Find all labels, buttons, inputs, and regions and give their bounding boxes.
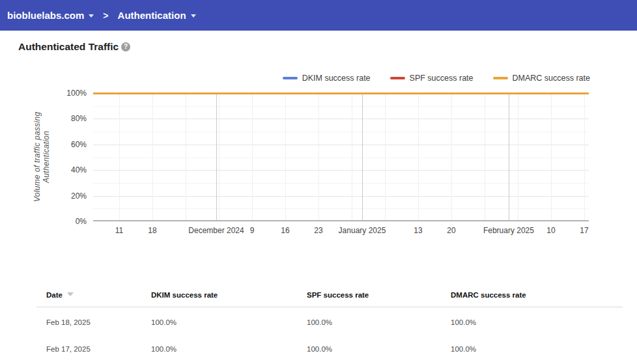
table-row: Feb 18, 2025100.0%100.0%100.0% — [46, 307, 637, 326]
domain-dropdown-label: biobluelabs.com — [7, 10, 84, 21]
legend-item-label: DKIM success rate — [302, 74, 371, 83]
legend-item: SPF success rate — [390, 74, 474, 83]
vertical-gridline — [219, 93, 219, 220]
column-header-dmarc-label: DMARC success rate — [451, 291, 526, 299]
results-table: Date DKIM success rate SPF success rate … — [0, 287, 637, 353]
sort-descending-icon — [67, 292, 74, 296]
table-body: Feb 18, 2025100.0%100.0%100.0%Feb 17, 20… — [0, 307, 637, 353]
section-dropdown-label: Authentication — [118, 10, 186, 21]
vertical-gridline — [152, 93, 153, 220]
authenticated-traffic-chart: DKIM success rateSPF success rateDMARC s… — [0, 65, 637, 247]
legend-line-swatch-icon — [493, 77, 508, 79]
legend-line-swatch-icon — [390, 77, 405, 79]
y-tick-label: 20% — [57, 191, 87, 201]
x-month-label: February 2025 — [483, 226, 534, 235]
page-title: Authenticated Traffic — [18, 41, 119, 53]
legend-line-swatch-icon — [283, 77, 298, 79]
horizontal-gridline — [93, 183, 589, 184]
help-icon[interactable]: ? — [121, 42, 130, 51]
vertical-gridline — [352, 93, 352, 220]
chevron-down-icon — [89, 14, 94, 18]
table-cell-spf: 100.0% — [307, 345, 451, 353]
y-tick-label: 40% — [57, 165, 87, 175]
x-tick-label: 10 — [546, 226, 555, 235]
x-month-label: December 2024 — [188, 226, 244, 235]
table-cell-dkim: 100.0% — [151, 318, 307, 326]
y-tick-label: 100% — [57, 89, 87, 98]
column-header-dkim: DKIM success rate — [151, 291, 307, 307]
horizontal-gridline — [93, 106, 589, 107]
x-tick-label: 11 — [115, 226, 123, 235]
horizontal-gridline — [93, 170, 589, 171]
x-tick-label: 23 — [314, 226, 322, 235]
x-tick-label: 13 — [414, 226, 422, 235]
chart-plot-area — [93, 93, 589, 221]
vertical-gridline — [518, 93, 518, 220]
vertical-gridline — [584, 93, 585, 220]
chevron-down-icon — [191, 14, 196, 18]
vertical-gridline — [418, 93, 419, 220]
chart-legend: DKIM success rateSPF success rateDMARC s… — [263, 74, 590, 83]
table-cell-date: Feb 18, 2025 — [46, 318, 151, 326]
vertical-gridline — [551, 93, 552, 220]
domain-dropdown[interactable]: biobluelabs.com — [7, 10, 94, 21]
month-boundary-gridline — [362, 93, 363, 220]
vertical-gridline — [252, 93, 253, 220]
column-header-dkim-label: DKIM success rate — [151, 291, 218, 299]
horizontal-gridline — [93, 158, 589, 158]
x-tick-label: 20 — [447, 226, 455, 235]
table-cell-dmarc: 100.0% — [451, 318, 637, 326]
horizontal-gridline — [93, 145, 589, 145]
x-tick-label: 17 — [580, 226, 588, 235]
legend-item-label: SPF success rate — [410, 74, 474, 83]
x-tick-label: 18 — [148, 226, 156, 235]
horizontal-gridline — [93, 132, 589, 132]
x-tick-label: 9 — [250, 226, 255, 235]
series-line-dmarc — [93, 92, 589, 94]
table-header-row: Date DKIM success rate SPF success rate … — [46, 287, 637, 307]
legend-item-label: DMARC success rate — [513, 74, 590, 83]
section-dropdown[interactable]: Authentication — [118, 10, 196, 21]
column-header-spf: SPF success rate — [307, 291, 451, 307]
vertical-gridline — [186, 93, 186, 220]
page-title-row: Authenticated Traffic ? — [18, 41, 130, 53]
column-header-dmarc: DMARC success rate — [451, 291, 637, 307]
top-nav-bar: biobluelabs.com > Authentication — [0, 0, 637, 31]
legend-item: DKIM success rate — [283, 74, 371, 83]
y-tick-label: 60% — [57, 140, 87, 149]
x-tick-label: 16 — [281, 226, 289, 235]
column-header-date-label: Date — [46, 291, 63, 299]
table-cell-dkim: 100.0% — [151, 345, 307, 353]
vertical-gridline — [485, 93, 485, 220]
vertical-gridline — [285, 93, 286, 220]
horizontal-gridline — [93, 119, 589, 119]
column-header-spf-label: SPF success rate — [307, 291, 369, 299]
x-month-label: January 2025 — [339, 226, 386, 235]
vertical-gridline — [119, 93, 120, 220]
breadcrumb-chevron-right-icon: > — [103, 10, 108, 21]
y-tick-label: 80% — [57, 114, 87, 123]
table-cell-dmarc: 100.0% — [451, 345, 637, 353]
horizontal-gridline — [93, 208, 589, 209]
x-axis-labels: 11189162313201017December 2024January 20… — [93, 226, 589, 236]
y-axis-labels: 0%20%40%60%80%100% — [57, 93, 87, 221]
month-boundary-gridline — [216, 93, 217, 220]
table-cell-date: Feb 17, 2025 — [46, 345, 151, 353]
vertical-gridline — [318, 93, 319, 220]
y-tick-label: 0% — [57, 217, 87, 226]
vertical-gridline — [451, 93, 452, 220]
month-boundary-gridline — [509, 93, 509, 220]
horizontal-gridline — [93, 196, 589, 197]
y-axis-title: Volume of traffic passing Authentication — [33, 88, 43, 226]
vertical-gridline — [385, 93, 386, 220]
column-header-date[interactable]: Date — [46, 291, 151, 307]
table-row: Feb 17, 2025100.0%100.0%100.0% — [46, 326, 637, 353]
legend-item: DMARC success rate — [493, 74, 590, 83]
table-cell-spf: 100.0% — [307, 318, 451, 326]
